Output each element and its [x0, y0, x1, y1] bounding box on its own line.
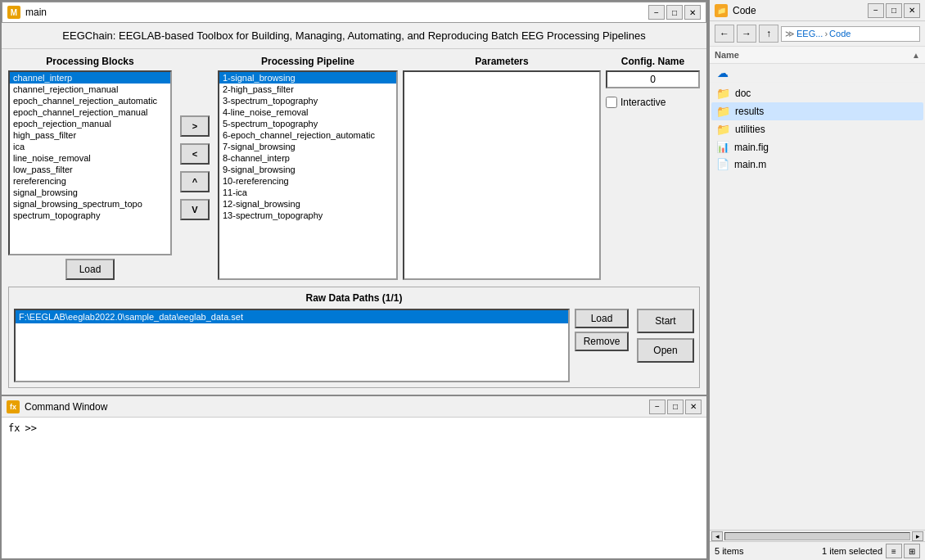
raw-data-listbox[interactable]: F:\EEGLAB\eeglab2022.0\sample_data\eegla…: [14, 309, 570, 382]
move-left-button[interactable]: <: [180, 143, 210, 165]
list-item[interactable]: low_pass_filter: [10, 164, 170, 175]
nav-up-button[interactable]: ↑: [759, 25, 778, 43]
nav-path: ≫ EEG... › Code: [781, 26, 920, 42]
cmd-minimize-button[interactable]: −: [649, 400, 666, 414]
list-item[interactable]: signal_browsing: [10, 187, 170, 198]
list-item[interactable]: signal_browsing_spectrum_topo: [10, 198, 170, 210]
list-item[interactable]: rereferencing: [10, 175, 170, 187]
list-item[interactable]: channel_interp: [10, 72, 170, 84]
list-item[interactable]: 9-signal_browsing: [219, 164, 396, 175]
command-window: fx Command Window − □ ✕ fx >>: [0, 396, 708, 560]
view-grid-button[interactable]: ⊞: [904, 544, 920, 558]
folder-icon-utilities: 📁: [716, 123, 730, 136]
tree-item-results[interactable]: 📁 results: [711, 102, 923, 120]
nav-path-eeg[interactable]: EEG...: [796, 29, 823, 38]
list-item[interactable]: epoch_channel_rejection_automatic: [10, 95, 170, 106]
maximize-button[interactable]: □: [666, 5, 683, 20]
list-item[interactable]: 12-signal_browsing: [219, 198, 396, 210]
processing-pipeline-title: Processing Pipeline: [218, 56, 398, 67]
raw-remove-button[interactable]: Remove: [575, 332, 629, 351]
tree-item-mainm[interactable]: 📄 main.m: [711, 156, 923, 173]
scroll-left-btn[interactable]: ◂: [711, 531, 723, 541]
list-item[interactable]: 5-spectrum_topography: [219, 118, 396, 129]
move-down-button[interactable]: V: [180, 199, 210, 220]
folder-icon-doc: 📁: [716, 87, 730, 100]
parameters-title: Parameters: [403, 56, 601, 67]
list-item[interactable]: 11-ica: [219, 187, 396, 198]
tree-collapse-icon[interactable]: ▲: [912, 51, 920, 60]
command-content[interactable]: fx >>: [2, 418, 706, 558]
tree-header: Name ▲: [710, 47, 925, 64]
view-list-button[interactable]: ≡: [886, 544, 902, 558]
raw-load-button[interactable]: Load: [575, 309, 629, 328]
raw-data-title: Raw Data Paths (1/1): [14, 292, 694, 304]
code-maximize-button[interactable]: □: [886, 3, 902, 18]
open-button[interactable]: Open: [637, 338, 694, 363]
code-close-button[interactable]: ✕: [904, 3, 920, 18]
tree-item-utilities[interactable]: 📁 utilities: [711, 120, 923, 138]
main-titlebar: M main − □ ✕: [2, 2, 706, 23]
cmd-maximize-button[interactable]: □: [667, 400, 684, 414]
processing-pipeline-listbox[interactable]: 1-signal_browsing 2-high_pass_filter 3-s…: [218, 70, 398, 280]
list-item[interactable]: 1-signal_browsing: [219, 72, 396, 84]
minimize-button[interactable]: −: [648, 5, 665, 20]
nav-path-separator: ≫: [785, 29, 795, 39]
list-item[interactable]: 8-channel_interp: [219, 152, 396, 164]
code-title: Code: [733, 5, 756, 16]
tree-item-mainfig[interactable]: 📊 main.fig: [711, 138, 923, 156]
action-buttons: Start Open: [637, 309, 694, 382]
list-item[interactable]: 10-rereferencing: [219, 175, 396, 187]
list-item[interactable]: 7-signal_browsing: [219, 141, 396, 152]
tree-item-name-doc: doc: [735, 88, 751, 99]
code-icon: 📁: [715, 4, 728, 17]
processing-blocks-listbox[interactable]: channel_interp channel_rejection_manual …: [8, 70, 172, 255]
code-nav-bar: ← → ↑ ≫ EEG... › Code: [710, 21, 925, 47]
cmd-close-button[interactable]: ✕: [685, 400, 702, 414]
list-item[interactable]: epoch_rejection_manual: [10, 118, 170, 129]
list-item[interactable]: epoch_channel_rejection_manual: [10, 106, 170, 118]
selected-count: 1 item selected: [822, 546, 882, 556]
item-count: 5 items: [715, 546, 743, 556]
processing-pipeline-panel: Processing Pipeline 1-signal_browsing 2-…: [218, 56, 398, 280]
parameters-listbox[interactable]: [403, 70, 601, 280]
tree-item-name-results: results: [735, 106, 764, 117]
nav-path-sep2: ›: [824, 29, 828, 38]
config-name-input[interactable]: 0: [606, 70, 700, 88]
tree-item-doc[interactable]: 📁 doc: [711, 84, 923, 102]
tree-header-label: Name: [715, 50, 739, 60]
code-browser: 📁 Code − □ ✕ ← → ↑ ≫ EEG... › Code: [708, 0, 925, 560]
tree-item-name-utilities: utilities: [735, 124, 765, 135]
list-item[interactable]: channel_rejection_manual: [10, 84, 170, 95]
list-item[interactable]: ica: [10, 141, 170, 152]
nav-forward-button[interactable]: →: [737, 25, 756, 43]
list-item[interactable]: 13-spectrum_topography: [219, 210, 396, 221]
list-item[interactable]: 6-epoch_channel_rejection_automatic: [219, 129, 396, 141]
processing-blocks-panel: Processing Blocks channel_interp channel…: [8, 56, 172, 280]
list-item[interactable]: high_pass_filter: [10, 129, 170, 141]
move-right-button[interactable]: >: [180, 115, 210, 137]
nav-path-code[interactable]: Code: [829, 29, 851, 38]
onedrive-icon: ☁: [715, 65, 731, 80]
folder-icon-results: 📁: [716, 105, 730, 118]
list-item[interactable]: spectrum_topography: [10, 210, 170, 221]
close-button[interactable]: ✕: [684, 5, 701, 20]
scroll-right-btn[interactable]: ▸: [912, 531, 923, 541]
move-up-button[interactable]: ^: [180, 171, 210, 192]
list-item[interactable]: 2-high_pass_filter: [219, 84, 396, 95]
raw-data-item[interactable]: F:\EEGLAB\eeglab2022.0\sample_data\eegla…: [16, 310, 568, 323]
status-bar: 5 items 1 item selected ≡ ⊞: [710, 541, 925, 560]
app-header: EEGChain: EEGLAB-based Toolbox for Build…: [2, 23, 706, 49]
nav-back-button[interactable]: ←: [715, 25, 734, 43]
parameters-panel: Parameters: [403, 56, 601, 280]
load-blocks-button[interactable]: Load: [65, 259, 115, 280]
hscroll-track[interactable]: [724, 532, 910, 540]
raw-data-section: Raw Data Paths (1/1) F:\EEGLAB\eeglab202…: [8, 287, 700, 388]
interactive-checkbox[interactable]: [606, 97, 617, 108]
list-item[interactable]: 4-line_noise_removal: [219, 106, 396, 118]
raw-data-buttons: Load Remove: [575, 309, 629, 382]
list-item[interactable]: 3-spectrum_topography: [219, 95, 396, 106]
list-item[interactable]: line_noise_removal: [10, 152, 170, 164]
code-minimize-button[interactable]: −: [868, 3, 884, 18]
cmd-prompt: fx: [8, 422, 20, 434]
start-button[interactable]: Start: [637, 309, 694, 333]
